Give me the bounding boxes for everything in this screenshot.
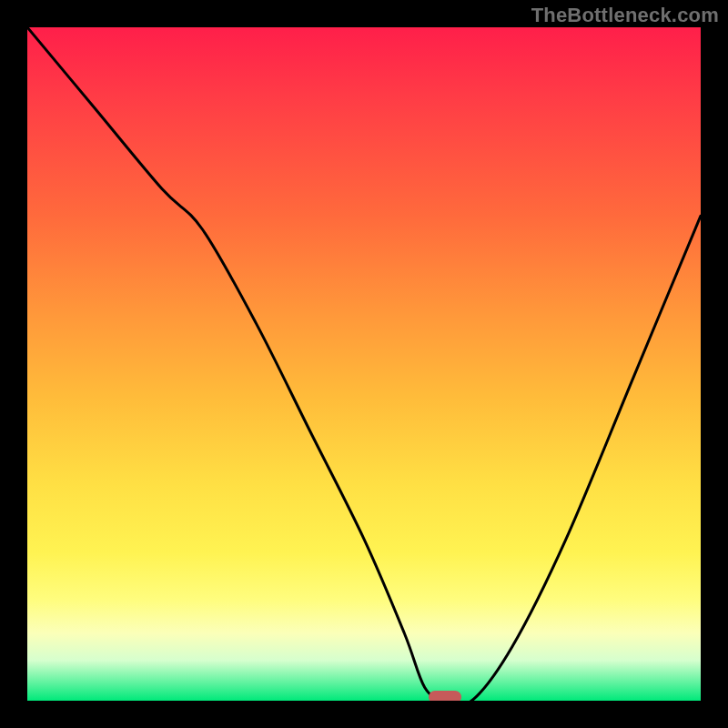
optimal-marker <box>429 691 461 701</box>
plot-area <box>27 27 701 701</box>
watermark-text: TheBottleneck.com <box>531 4 719 27</box>
bottleneck-curve <box>27 27 701 701</box>
chart-frame: TheBottleneck.com <box>0 0 728 728</box>
